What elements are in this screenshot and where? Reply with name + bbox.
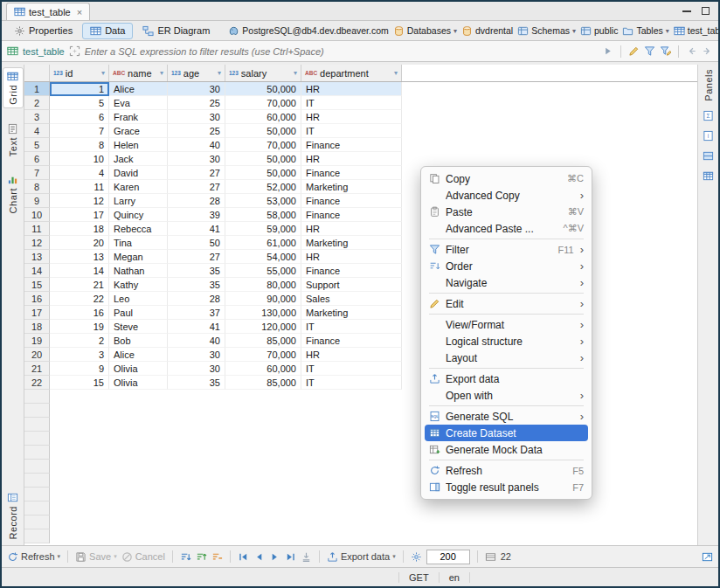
cell-department[interactable]: Marketing	[301, 306, 402, 320]
column-header-age[interactable]: 123age▾	[168, 65, 225, 81]
row-number[interactable]: 22	[24, 376, 50, 390]
previous-row-icon[interactable]	[253, 551, 265, 563]
corner-cell[interactable]	[24, 65, 50, 81]
cell-salary[interactable]: 70,000	[225, 348, 301, 362]
row-number-empty[interactable]	[24, 404, 50, 418]
cell-salary[interactable]: 50,000	[225, 152, 301, 166]
first-row-icon[interactable]	[238, 551, 249, 563]
tab-er-diagram[interactable]: ER Diagram	[135, 23, 218, 39]
column-header-name[interactable]: ABCname▾	[109, 65, 168, 81]
cell-department[interactable]: Finance	[301, 208, 402, 222]
menu-item-view-format[interactable]: View/Format›	[421, 316, 592, 333]
cell-name[interactable]: Olivia	[109, 362, 168, 376]
cell-salary[interactable]: 58,000	[225, 208, 301, 222]
filter-settings-icon[interactable]	[660, 45, 671, 57]
menu-item-navigate[interactable]: Navigate›	[421, 274, 592, 291]
row-number-empty[interactable]	[24, 446, 50, 460]
cell-department[interactable]: Support	[301, 278, 402, 292]
row-number[interactable]: 2	[24, 96, 50, 110]
cell-name[interactable]: Leo	[109, 292, 168, 306]
cell-salary[interactable]: 85,000	[225, 376, 301, 390]
cell-salary[interactable]: 55,000	[225, 264, 301, 278]
grid-panel-icon[interactable]	[703, 170, 714, 182]
cell-department[interactable]: IT	[301, 376, 402, 390]
cell-salary[interactable]: 50,000	[225, 166, 301, 180]
filter-dropdown-icon[interactable]: ▾	[394, 69, 398, 77]
result-tab-label[interactable]: test_table	[23, 46, 65, 57]
row-number[interactable]: 17	[24, 306, 50, 320]
cell-id[interactable]: 2	[50, 334, 109, 348]
chevron-down-icon[interactable]: ▾	[58, 553, 61, 560]
editor-tab-test-table[interactable]: test_table ×	[6, 3, 90, 20]
cell-department[interactable]: Finance	[301, 194, 402, 208]
cell-name[interactable]: Bob	[109, 334, 168, 348]
cell-name[interactable]: Karen	[109, 180, 168, 194]
menu-item-order[interactable]: Order›	[421, 258, 592, 274]
menu-item-layout[interactable]: Layout›	[421, 349, 592, 366]
menu-item-advanced-copy[interactable]: Advanced Copy›	[421, 187, 592, 204]
menu-item-open-with[interactable]: Open with›	[421, 387, 592, 404]
cell-id[interactable]: 11	[50, 180, 109, 194]
breadcrumb-item-public[interactable]: public	[578, 24, 620, 38]
row-number-empty[interactable]	[24, 502, 50, 515]
menu-item-generate-sql[interactable]: SQLGenerate SQL›	[421, 408, 592, 425]
menu-item-toggle-result-panels[interactable]: Toggle result panelsF7	[421, 479, 592, 495]
cell-salary[interactable]: 60,000	[225, 110, 301, 124]
row-number-empty[interactable]	[24, 474, 50, 488]
cell-id[interactable]: 17	[50, 208, 109, 222]
row-number[interactable]: 5	[24, 138, 50, 152]
cell-id[interactable]: 10	[50, 152, 109, 166]
cell-department[interactable]: Marketing	[301, 236, 402, 250]
row-number-empty[interactable]	[24, 488, 50, 502]
cell-age[interactable]: 39	[168, 208, 225, 222]
cell-age[interactable]: 41	[168, 320, 225, 334]
chevron-down-icon[interactable]: ▾	[392, 553, 396, 560]
row-number[interactable]: 9	[24, 194, 50, 208]
tab-properties[interactable]: Properties	[6, 23, 80, 39]
maximize-icon[interactable]	[702, 7, 710, 15]
menu-item-logical-structure[interactable]: Logical structure›	[421, 333, 592, 349]
cell-age[interactable]: 25	[168, 124, 225, 138]
cell-id[interactable]: 15	[50, 376, 109, 390]
save-button[interactable]: Save ▾	[75, 551, 117, 563]
side-tab-grid[interactable]: Grid	[3, 67, 24, 108]
value-panel-icon[interactable]	[703, 150, 714, 162]
breadcrumb-item-tables[interactable]: Tables▾	[620, 24, 670, 38]
cell-id[interactable]: 13	[50, 250, 109, 264]
cell-department[interactable]: IT	[301, 362, 402, 376]
cell-age[interactable]: 30	[168, 362, 225, 376]
row-number[interactable]: 6	[24, 152, 50, 166]
chevron-down-icon[interactable]: ▾	[666, 27, 669, 35]
row-number[interactable]: 18	[24, 320, 50, 334]
side-tab-record[interactable]: Record	[3, 489, 24, 542]
menu-item-export-data[interactable]: Export data	[421, 370, 592, 387]
cell-age[interactable]: 41	[168, 222, 225, 236]
row-number-empty[interactable]	[24, 390, 50, 404]
next-row-icon[interactable]	[269, 551, 280, 563]
cell-name[interactable]: Tina	[109, 236, 168, 250]
cell-name[interactable]: Quincy	[109, 208, 168, 222]
row-number-empty[interactable]	[24, 529, 50, 543]
cell-id[interactable]: 19	[50, 320, 109, 334]
row-number-empty[interactable]	[24, 432, 50, 446]
menu-item-copy[interactable]: Copy⌘C	[421, 170, 592, 187]
cell-salary[interactable]: 61,000	[225, 236, 301, 250]
cell-department[interactable]: HR	[301, 82, 402, 96]
cell-age[interactable]: 50	[168, 236, 225, 250]
row-number[interactable]: 7	[24, 166, 50, 180]
cell-name[interactable]: Grace	[109, 124, 168, 138]
menu-item-create-dataset[interactable]: Create Dataset	[425, 425, 588, 441]
tab-data[interactable]: Data	[82, 23, 133, 39]
cell-id[interactable]: 20	[50, 236, 109, 250]
cell-department[interactable]: IT	[301, 96, 402, 110]
last-row-icon[interactable]	[285, 551, 296, 563]
cell-name[interactable]: Helen	[109, 138, 168, 152]
close-icon[interactable]: ×	[77, 7, 82, 17]
row-number[interactable]: 21	[24, 362, 50, 376]
cell-id[interactable]: 14	[50, 264, 109, 278]
cell-age[interactable]: 28	[168, 194, 225, 208]
edit-filter-icon[interactable]	[628, 45, 640, 57]
cell-salary[interactable]: 54,000	[225, 250, 301, 264]
metadata-panel-icon[interactable]: i	[703, 130, 714, 142]
menu-item-filter[interactable]: FilterF11›	[421, 241, 592, 258]
